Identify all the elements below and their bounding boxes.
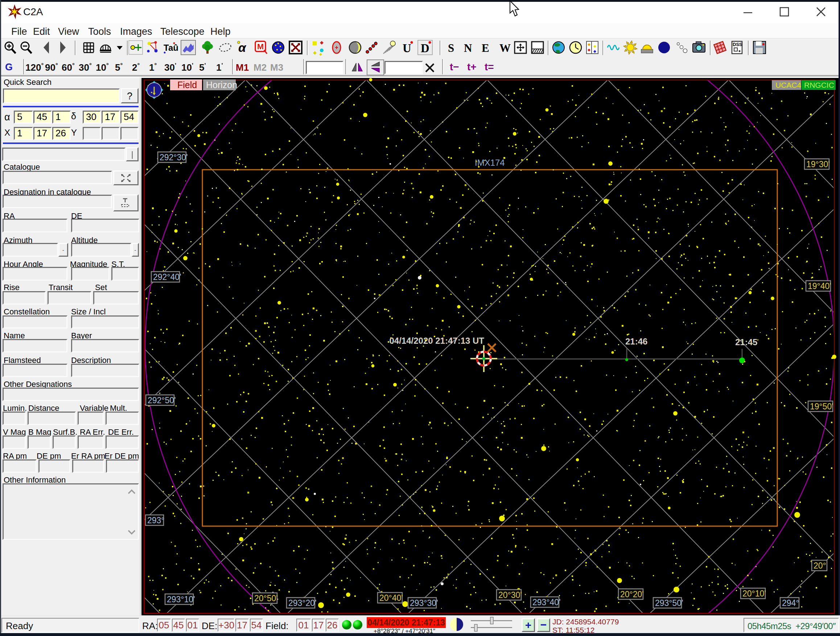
svg-text:20°10': 20°10' xyxy=(742,589,766,598)
svg-text:04/14/2020 21:47:13 UT: 04/14/2020 21:47:13 UT xyxy=(389,336,484,346)
svg-text:21:45: 21:45 xyxy=(735,337,757,347)
svg-text:20°: 20° xyxy=(813,561,826,570)
svg-text:20°30': 20°30' xyxy=(498,590,522,600)
svg-text:293°: 293° xyxy=(147,516,165,525)
svg-text:293°40': 293°40' xyxy=(532,598,561,607)
svg-text:E: E xyxy=(482,42,489,54)
svg-text:Taû: Taû xyxy=(164,43,178,52)
svg-text:293°20': 293°20' xyxy=(288,598,317,608)
svg-text:Field: Field xyxy=(177,80,197,90)
svg-text:293°30': 293°30' xyxy=(410,598,438,608)
svg-text:20°20': 20°20' xyxy=(620,590,644,599)
svg-text:M: M xyxy=(257,42,264,51)
svg-text:292°40': 292°40' xyxy=(153,272,182,282)
svg-text:21:46: 21:46 xyxy=(625,336,647,346)
svg-text:U: U xyxy=(403,42,411,55)
svg-text:293°10': 293°10' xyxy=(167,595,195,604)
svg-text:N: N xyxy=(464,42,472,54)
svg-text:293°50': 293°50' xyxy=(655,598,683,608)
svg-text:Horizon: Horizon xyxy=(206,80,237,90)
svg-text:IMX174: IMX174 xyxy=(475,158,505,167)
svg-text:W: W xyxy=(499,42,511,54)
svg-text:RNGCIC: RNGCIC xyxy=(804,81,834,89)
svg-text:19°30': 19°30' xyxy=(806,159,830,169)
svg-text:19°40': 19°40' xyxy=(808,281,831,291)
svg-text:292°30': 292°30' xyxy=(159,153,188,162)
svg-text:20°40': 20°40' xyxy=(379,593,403,603)
svg-text:D: D xyxy=(421,42,429,55)
svg-text:DSS: DSS xyxy=(733,42,742,47)
svg-text:α: α xyxy=(238,41,246,54)
svg-text:20°50': 20°50' xyxy=(254,593,278,603)
svg-text:294°: 294° xyxy=(782,598,799,608)
svg-text:292°50': 292°50' xyxy=(148,396,176,405)
svg-text:UCAC4: UCAC4 xyxy=(775,81,802,89)
svg-text:19°50': 19°50' xyxy=(810,402,834,411)
svg-text:S: S xyxy=(448,42,454,54)
